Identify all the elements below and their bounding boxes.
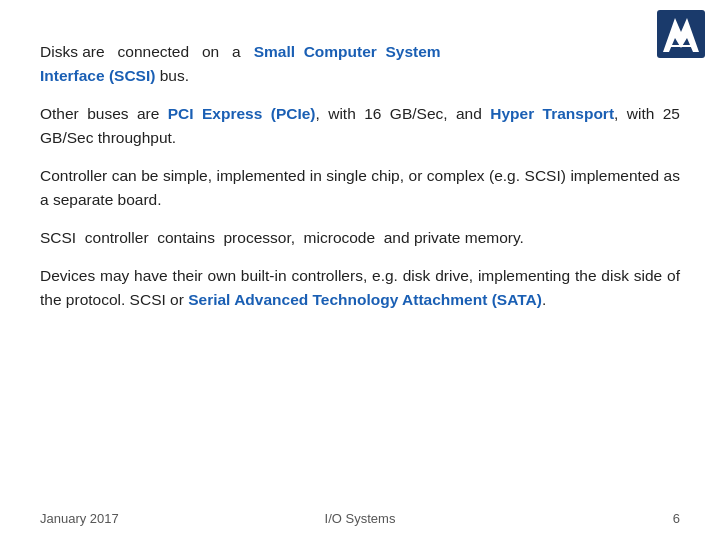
footer-center-text: I/O Systems	[325, 511, 396, 526]
para2-highlight2: Hyper Transport	[490, 105, 614, 122]
paragraph-4: SCSI controller contains processor, micr…	[40, 226, 680, 250]
para1-text2: bus.	[155, 67, 189, 84]
content-area: Disks are connected on a Small Computer …	[40, 40, 680, 312]
para5-text2: .	[542, 291, 546, 308]
para2-text2: , with 16 GB/Sec, and	[316, 105, 491, 122]
para2-highlight1: PCI Express (PCIe)	[168, 105, 316, 122]
footer-center: I/O Systems	[325, 511, 396, 526]
slide-container: Disks are connected on a Small Computer …	[0, 0, 720, 540]
paragraph-5: Devices may have their own built-in cont…	[40, 264, 680, 312]
logo	[657, 10, 705, 58]
para2-text1: Other buses are	[40, 105, 168, 122]
para3-text: Controller can be simple, implemented in…	[40, 167, 680, 208]
footer-left: January 2017	[40, 511, 119, 526]
footer-right: 6	[673, 511, 680, 526]
para4-text: SCSI controller contains processor, micr…	[40, 229, 524, 246]
paragraph-2: Other buses are PCI Express (PCIe), with…	[40, 102, 680, 150]
paragraph-3: Controller can be simple, implemented in…	[40, 164, 680, 212]
paragraph-1: Disks are connected on a Small Computer …	[40, 40, 680, 88]
para5-highlight1: Serial Advanced Technology Attachment (S…	[188, 291, 542, 308]
para1-text1: Disks are connected on a	[40, 43, 254, 60]
